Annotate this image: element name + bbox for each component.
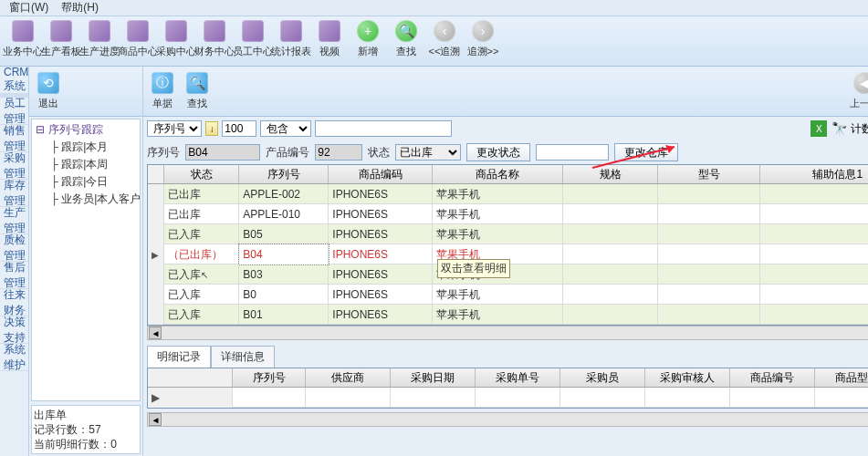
warehouse-display	[536, 144, 609, 161]
scroll-left-icon[interactable]: ◄	[149, 413, 162, 426]
workarea: CRM系统员工管理销售管理采购管理库存管理生产管理质检管理售后管理往来财务决策支…	[0, 67, 868, 456]
table-row[interactable]: 已入库B0IPHONE6S苹果手机	[148, 285, 868, 305]
tab-detail-info[interactable]: 详细信息	[211, 346, 275, 368]
filter-field-select[interactable]: 序列号	[147, 120, 202, 137]
main-panel: ⓘ单据🔍查找 ◀上一条 ▶下一 序列号 ↓ 包含 X 🔭 计数 57 序列号 产…	[143, 67, 868, 456]
col-aux1[interactable]: 辅助信息1	[760, 165, 868, 183]
sidebar-item-4[interactable]: 库存管理	[0, 180, 28, 207]
grid-header: 状态 序列号 商品编码 商品名称 规格 型号 辅助信息1	[148, 165, 868, 184]
tree-child-0[interactable]: ├ 跟踪|本月	[34, 139, 138, 156]
staff-center-button[interactable]: 员工中心	[234, 18, 272, 64]
mid-column: ⟲退出 ⊟ 序列号跟踪 ├ 跟踪|本月├ 跟踪|本周├ 跟踪|今日├ 业务员|本…	[29, 67, 143, 456]
sidebar-item-2[interactable]: 销售管理	[0, 125, 28, 152]
panel-toolbar: ⓘ单据🔍查找 ◀上一条 ▶下一	[143, 67, 868, 117]
tree-root[interactable]: ⊟ 序列号跟踪	[34, 121, 138, 139]
dcol-pono[interactable]: 采购单号	[476, 368, 560, 387]
info-detailcount: 当前明细行数：0	[34, 437, 138, 451]
col-serial[interactable]: 序列号	[239, 165, 329, 183]
sidebar-item-0[interactable]: CRM系统	[0, 67, 28, 94]
panel-search-button[interactable]: 🔍查找	[180, 70, 214, 112]
tree-child-2[interactable]: ├ 跟踪|今日	[34, 173, 138, 191]
dcol-supplier[interactable]: 供应商	[306, 368, 391, 387]
step-input[interactable]	[222, 120, 256, 137]
detail-grid[interactable]: 序列号 供应商 采购日期 采购单号 采购员 采购审核人 商品编号 商品型号 ▶	[147, 368, 868, 409]
grid-hscroll[interactable]: ◄►	[147, 326, 868, 340]
scroll-left-icon[interactable]: ◄	[149, 326, 162, 339]
main-grid[interactable]: 状态 序列号 商品编码 商品名称 规格 型号 辅助信息1 已出库APPLE-00…	[147, 164, 868, 326]
dcol-model[interactable]: 商品型号	[815, 368, 868, 387]
exit-button[interactable]: ⟲退出	[31, 70, 66, 112]
sort-down-icon[interactable]: ↓	[205, 121, 218, 136]
col-model[interactable]: 型号	[658, 165, 760, 183]
dcol-approver[interactable]: 采购审核人	[645, 368, 730, 387]
tab-detail-records[interactable]: 明细记录	[147, 346, 211, 368]
col-spec[interactable]: 规格	[563, 165, 658, 183]
trace-fwd-button[interactable]: ›追溯>>	[464, 18, 502, 64]
menu-help[interactable]: 帮助(H)	[61, 0, 99, 16]
sidebar-item-9[interactable]: 决策支持	[0, 316, 28, 344]
sidebar-item-8[interactable]: 往来财务	[0, 289, 28, 316]
table-row[interactable]: 已入库B05IPHONE6S苹果手机	[148, 224, 868, 244]
export-excel-icon[interactable]: X	[810, 120, 827, 137]
prodno-label: 产品编号	[266, 145, 309, 161]
status-label: 状态	[368, 145, 390, 161]
change-warehouse-button[interactable]: 更改仓库	[614, 143, 678, 161]
left-nav: CRM系统员工管理销售管理采购管理库存管理生产管理质检管理售后管理往来财务决策支…	[0, 67, 29, 456]
sidebar-item-7[interactable]: 售后管理	[0, 262, 28, 289]
table-row[interactable]: 已出库APPLE-002IPHONE6S苹果手机	[148, 184, 868, 204]
tree[interactable]: ⊟ 序列号跟踪 ├ 跟踪|本月├ 跟踪|本周├ 跟踪|今日├ 业务员|本人客户	[31, 119, 141, 401]
count-label: 计数	[851, 121, 868, 137]
dcol-serial[interactable]: 序列号	[233, 368, 306, 387]
tree-child-3[interactable]: ├ 业务员|本人客户	[34, 191, 138, 208]
purchase-center-button[interactable]: 采购中心	[157, 18, 195, 64]
col-name[interactable]: 商品名称	[433, 165, 563, 183]
binoculars-icon[interactable]: 🔭	[831, 120, 847, 137]
sidebar-item-10[interactable]: 系统维护	[0, 344, 28, 371]
sidebar-item-6[interactable]: 质检管理	[0, 234, 28, 262]
info-rowcount: 记录行数：57	[34, 422, 138, 437]
prodno-input[interactable]	[315, 144, 362, 161]
serial-input[interactable]	[185, 144, 260, 161]
sidebar-item-3[interactable]: 采购管理	[0, 152, 28, 180]
filter-row-1: 序列号 ↓ 包含 X 🔭 计数 57	[143, 117, 868, 140]
filter-row-2: 序列号 产品编号 状态 已出库 更改状态 更改仓库	[143, 140, 868, 164]
filter-value-input[interactable]	[315, 120, 452, 137]
dcol-prodno[interactable]: 商品编号	[730, 368, 815, 387]
dcol-podate[interactable]: 采购日期	[391, 368, 476, 387]
tree-root-label: 序列号跟踪	[48, 123, 103, 136]
reports-button[interactable]: 统计报表	[272, 18, 310, 64]
status-select[interactable]: 已出库	[395, 144, 461, 161]
serial-label: 序列号	[147, 145, 180, 161]
kanban-button[interactable]: 生产看板	[42, 18, 80, 64]
table-row[interactable]: 已入库B01IPHONE6S苹果手机	[148, 305, 868, 325]
sidebar-item-5[interactable]: 生产管理	[0, 207, 28, 234]
table-row[interactable]: 已出库APPLE-010IPHONE6S苹果手机	[148, 204, 868, 224]
main-toolbar: 业务中心生产看板生产进度商品中心采购中心财务中心员工中心统计报表视频+新增🔍查找…	[0, 16, 868, 67]
biz-center-button[interactable]: 业务中心	[4, 18, 42, 64]
prev-record-button[interactable]: ◀上一条	[847, 70, 868, 112]
search-button[interactable]: 🔍查找	[387, 18, 425, 64]
info-title: 出库单	[34, 408, 138, 422]
filter-op-select[interactable]: 包含	[260, 120, 311, 137]
dcol-buyer[interactable]: 采购员	[560, 368, 645, 387]
col-code[interactable]: 商品编码	[329, 165, 433, 183]
sidebar-item-1[interactable]: 员工管理	[0, 98, 28, 125]
detail-tabs: 明细记录 详细信息	[147, 346, 868, 368]
tooltip-dblclick: 双击查看明细	[437, 259, 510, 278]
change-status-button[interactable]: 更改状态	[466, 143, 530, 161]
trace-back-button[interactable]: ‹<<追溯	[425, 18, 464, 64]
mid-toolbar: ⟲退出	[29, 67, 142, 117]
menu-window[interactable]: 窗口(W)	[9, 0, 48, 16]
progress-button[interactable]: 生产进度	[80, 18, 119, 64]
col-status[interactable]: 状态	[164, 165, 239, 183]
prev-record-label: 上一条	[850, 97, 868, 110]
finance-center-button[interactable]: 财务中心	[195, 18, 234, 64]
detail-grid-hscroll[interactable]: ◄►	[147, 412, 868, 427]
tree-child-1[interactable]: ├ 跟踪|本周	[34, 156, 138, 173]
add-button[interactable]: +新增	[349, 18, 387, 64]
bill-button[interactable]: ⓘ单据	[145, 70, 180, 112]
table-row[interactable]: ▶	[148, 388, 868, 408]
product-center-button[interactable]: 商品中心	[119, 18, 157, 64]
video-button[interactable]: 视频	[310, 18, 349, 64]
detail-grid-header: 序列号 供应商 采购日期 采购单号 采购员 采购审核人 商品编号 商品型号	[148, 368, 868, 388]
